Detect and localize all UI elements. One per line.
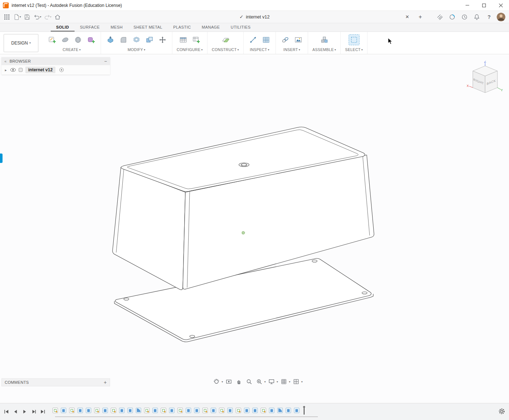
new-document-tab-button[interactable]: + (416, 14, 424, 20)
group-label-select[interactable]: SELECT▾ (345, 47, 363, 52)
file-menu-button[interactable]: ▾ (12, 12, 22, 22)
maximize-button[interactable] (476, 0, 492, 11)
timeline-item-17-extrude[interactable] (186, 408, 191, 413)
add-comment-button[interactable]: + (104, 379, 107, 385)
job-status-button[interactable] (447, 12, 457, 22)
step-back-button[interactable] (11, 408, 20, 416)
create-coil-button[interactable] (73, 35, 83, 45)
timeline-item-5-extrude[interactable] (86, 408, 91, 413)
pan-button[interactable] (235, 378, 243, 386)
timeline-item-12-sketch[interactable] (144, 408, 150, 413)
timeline-item-28-fillet[interactable] (277, 408, 283, 413)
app-grid-button[interactable] (2, 12, 12, 22)
timeline-item-11-fillet[interactable] (136, 408, 141, 413)
grid-layout-button[interactable] (279, 378, 288, 386)
timeline-item-18-extrude[interactable] (194, 408, 199, 413)
timeline-item-13-extrude[interactable] (152, 408, 158, 413)
timeline-item-6-sketch[interactable] (94, 408, 100, 413)
view-cube[interactable]: RIGHT BACK Z X Y (463, 61, 504, 101)
insert-canvas-button[interactable] (293, 35, 303, 45)
timeline-item-24-extrude[interactable] (244, 408, 249, 413)
timeline-item-9-extrude[interactable] (119, 408, 125, 413)
timeline-item-19-sketch[interactable] (202, 408, 208, 413)
redo-button[interactable]: ▾ (43, 12, 52, 22)
display-caret-icon[interactable]: ▾ (277, 380, 278, 383)
tab-solid[interactable]: SOLID (51, 23, 75, 32)
orbit-caret-icon[interactable]: ▾ (222, 380, 223, 383)
tab-surface[interactable]: SURFACE (75, 23, 105, 32)
select-button[interactable] (349, 35, 359, 45)
create-form-button[interactable] (86, 35, 96, 45)
activate-component-icon[interactable] (59, 67, 64, 72)
recent-activity-button[interactable] (460, 12, 469, 22)
look-at-button[interactable] (224, 378, 233, 386)
group-label-configure[interactable]: CONFIGURE▾ (177, 47, 203, 52)
group-label-insert[interactable]: INSERT▾ (283, 47, 300, 52)
tab-sheet-metal[interactable]: SHEET METAL (128, 23, 168, 32)
comments-bar[interactable]: COMMENTS + (1, 378, 110, 386)
create-loft-button[interactable] (60, 35, 70, 45)
tab-utilities[interactable]: UTILITIES (225, 23, 256, 32)
home-button[interactable] (53, 12, 62, 22)
group-label-construct[interactable]: CONSTRUCT▾ (212, 47, 239, 52)
close-button[interactable] (492, 0, 509, 11)
configure-button[interactable] (191, 35, 201, 45)
browser-collapse-icon[interactable]: « (4, 59, 7, 63)
viewports-caret-icon[interactable]: ▾ (301, 380, 303, 383)
timeline-track[interactable] (55, 416, 318, 417)
timeline-item-10-extrude[interactable] (127, 408, 133, 413)
press-pull-button[interactable] (105, 35, 115, 45)
move-copy-button[interactable] (157, 35, 168, 45)
go-to-end-button[interactable] (38, 408, 47, 416)
browser-root-item[interactable]: ▸ internet v12 (1, 65, 110, 75)
shell-button[interactable] (131, 35, 142, 45)
model-canvas[interactable]: « BROWSER − ▸ internet v12 RIGHT BACK Z … (0, 54, 509, 403)
timeline-item-14-sketch[interactable] (161, 408, 166, 413)
notifications-button[interactable] (472, 12, 481, 22)
fillet-button[interactable] (118, 35, 129, 45)
step-forward-button[interactable] (29, 408, 38, 416)
timeline-item-30-extrude[interactable] (294, 408, 299, 413)
viewports-button[interactable] (292, 378, 300, 386)
zoom-caret-icon[interactable]: ▾ (264, 380, 266, 383)
expand-arrow-icon[interactable]: ▸ (4, 68, 8, 72)
group-label-create[interactable]: CREATE▾ (63, 47, 81, 52)
grid-caret-icon[interactable]: ▾ (289, 380, 290, 383)
extensions-button[interactable] (435, 12, 445, 22)
insert-derive-button[interactable] (280, 35, 290, 45)
timeline-item-8-sketch[interactable] (111, 408, 116, 413)
browser-minimize-button[interactable]: − (104, 59, 107, 64)
interference-button[interactable] (261, 35, 271, 45)
timeline-item-2-extrude[interactable] (61, 408, 66, 413)
visibility-eye-icon[interactable] (10, 68, 16, 72)
base-plate[interactable] (114, 259, 373, 342)
tab-plastic[interactable]: PLASTIC (168, 23, 197, 32)
measure-button[interactable] (248, 35, 258, 45)
timeline-item-15-extrude[interactable] (169, 408, 174, 413)
new-component-button[interactable] (319, 35, 329, 45)
timeline-settings-button[interactable] (498, 408, 505, 415)
combine-button[interactable] (144, 35, 155, 45)
close-document-tab-button[interactable]: ✕ (403, 14, 411, 20)
timeline-item-23-sketch[interactable] (236, 408, 241, 413)
document-tab[interactable]: ✓ internet v12 (239, 14, 269, 20)
zoom-button[interactable] (245, 378, 253, 386)
help-button[interactable]: ? (484, 12, 494, 22)
timeline-item-1-sketch[interactable] (52, 408, 58, 413)
create-sketch-button[interactable] (47, 35, 57, 45)
display-settings-button[interactable] (267, 378, 276, 386)
timeline-item-21-sketch[interactable] (219, 408, 224, 413)
group-label-modify[interactable]: MODIFY▾ (128, 47, 146, 52)
timeline-item-29-extrude[interactable] (286, 408, 291, 413)
orbit-button[interactable] (212, 378, 221, 386)
timeline-item-26-sketch[interactable] (261, 408, 266, 413)
group-label-inspect[interactable]: INSPECT▾ (250, 47, 269, 52)
timeline-item-27-extrude[interactable] (269, 408, 274, 413)
tab-manage[interactable]: MANAGE (196, 23, 225, 32)
user-avatar[interactable] (497, 13, 505, 21)
side-panel-handle[interactable] (0, 154, 3, 163)
go-to-start-button[interactable] (2, 408, 10, 416)
timeline-item-7-extrude[interactable] (102, 408, 108, 413)
design-workspace-button[interactable]: DESIGN ▾ (4, 34, 38, 52)
minimize-button[interactable] (459, 0, 476, 11)
